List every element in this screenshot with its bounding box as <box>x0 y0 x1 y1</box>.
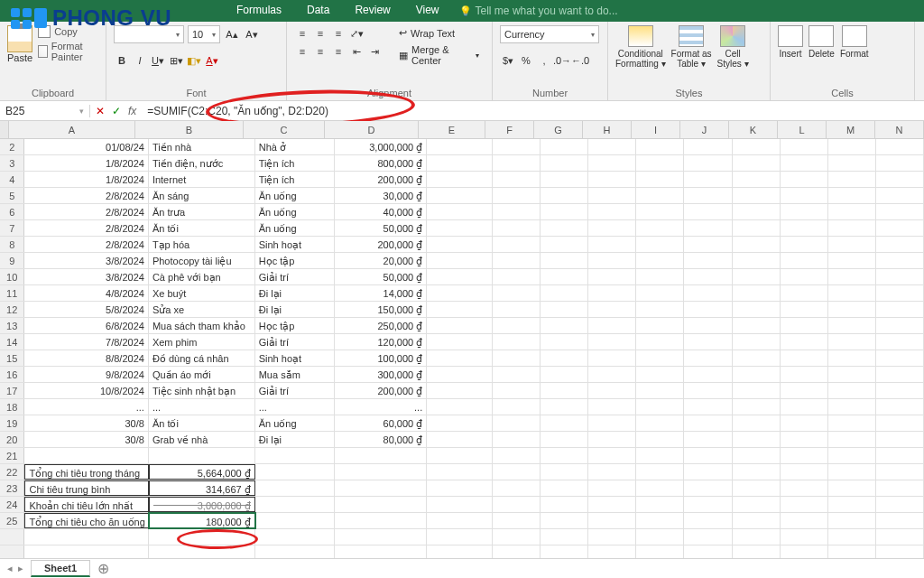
cell-C23[interactable] <box>255 480 335 496</box>
cell-E3[interactable] <box>427 155 493 171</box>
col-header-K[interactable]: K <box>729 121 778 138</box>
cell-I9[interactable] <box>636 253 684 268</box>
cell-I14[interactable] <box>636 334 684 350</box>
cell-B3[interactable]: Tiền điện, nước <box>149 155 255 171</box>
cell-F13[interactable] <box>493 318 541 333</box>
cell-D4[interactable]: 200,000 ₫ <box>335 172 427 187</box>
cell-D21[interactable] <box>335 448 427 463</box>
cell-C21[interactable] <box>255 448 335 463</box>
cell-B4[interactable]: Internet <box>149 172 255 187</box>
cell-K8[interactable] <box>733 237 781 252</box>
row-header-18[interactable]: 18 <box>0 399 24 415</box>
cell-J21[interactable] <box>684 448 732 463</box>
cell-M17[interactable] <box>828 383 876 398</box>
wrap-text-button[interactable]: ↩Wrap Text <box>393 25 485 41</box>
cell-I6[interactable] <box>636 204 684 219</box>
cell-A9[interactable]: 3/8/2024 <box>24 253 148 268</box>
row-header-13[interactable]: 13 <box>0 318 24 333</box>
row-header-24[interactable]: 24 <box>0 497 24 512</box>
cell-D20[interactable]: 80,000 ₫ <box>335 432 427 447</box>
cell-E17[interactable] <box>427 383 493 398</box>
cell-D19[interactable]: 60,000 ₫ <box>335 415 427 431</box>
cell-B23[interactable]: 314,667 ₫ <box>149 480 255 496</box>
cell-N15[interactable] <box>876 350 924 366</box>
cell-E24[interactable] <box>427 497 493 512</box>
cell-I8[interactable] <box>636 237 684 252</box>
cell-styles-button[interactable]: Cell Styles ▾ <box>717 25 749 69</box>
align-top-button[interactable]: ≡ <box>294 25 310 42</box>
cell-I22[interactable] <box>636 464 684 480</box>
cell-G16[interactable] <box>541 367 588 382</box>
cell-I24[interactable] <box>636 497 684 512</box>
cell-D3[interactable]: 800,000 ₫ <box>335 155 427 171</box>
cell-H15[interactable] <box>588 350 636 366</box>
cell-G9[interactable] <box>541 253 588 268</box>
cell-N10[interactable] <box>876 269 924 284</box>
row-header-10[interactable]: 10 <box>0 269 24 284</box>
tab-data[interactable]: Data <box>294 0 342 22</box>
cell-N20[interactable] <box>876 432 924 447</box>
border-button[interactable]: ⊞▾ <box>168 52 184 69</box>
align-right-button[interactable]: ≡ <box>330 43 346 60</box>
cell-L22[interactable] <box>781 464 828 480</box>
cell-F20[interactable] <box>493 432 541 447</box>
cell-E20[interactable] <box>427 432 493 447</box>
cell-J3[interactable] <box>684 155 732 171</box>
cell-G22[interactable] <box>541 464 588 480</box>
cell-D15[interactable]: 100,000 ₫ <box>335 350 427 366</box>
cell-K4[interactable] <box>733 172 781 187</box>
cell-D11[interactable]: 14,000 ₫ <box>335 285 427 301</box>
cell-J13[interactable] <box>684 318 732 333</box>
cell-A7[interactable]: 2/8/2024 <box>24 220 148 236</box>
cell-N7[interactable] <box>876 220 924 236</box>
cell-K5[interactable] <box>733 188 781 203</box>
cell-M18[interactable] <box>828 399 876 415</box>
cell-C11[interactable]: Đi lại <box>255 285 335 301</box>
cell-N23[interactable] <box>876 480 924 496</box>
cell-L2[interactable] <box>781 139 828 154</box>
cell-N6[interactable] <box>876 204 924 219</box>
cell-J17[interactable] <box>684 383 732 398</box>
cell-F18[interactable] <box>493 399 541 415</box>
paste-button[interactable]: Paste <box>7 25 32 63</box>
cell-K25[interactable] <box>733 513 781 528</box>
cell-H12[interactable] <box>588 302 636 317</box>
cell-B10[interactable]: Cà phê với bạn <box>149 269 255 284</box>
cell-L20[interactable] <box>781 432 828 447</box>
cell-E5[interactable] <box>427 188 493 203</box>
cell-E16[interactable] <box>427 367 493 382</box>
cell-H18[interactable] <box>588 399 636 415</box>
cell-K12[interactable] <box>733 302 781 317</box>
underline-button[interactable]: U▾ <box>150 52 166 69</box>
cell-H24[interactable] <box>588 497 636 512</box>
delete-cells-button[interactable]: Delete <box>808 25 835 59</box>
cell-I20[interactable] <box>636 432 684 447</box>
cell-A11[interactable]: 4/8/2024 <box>24 285 148 301</box>
cell-F2[interactable] <box>493 139 541 154</box>
cell-F4[interactable] <box>493 172 541 187</box>
cell-M6[interactable] <box>828 204 876 219</box>
cell-L17[interactable] <box>781 383 828 398</box>
fx-icon[interactable]: fx <box>128 105 136 117</box>
cell-J10[interactable] <box>684 269 732 284</box>
cell-K14[interactable] <box>733 334 781 350</box>
cell-B12[interactable]: Sửa xe <box>149 302 255 317</box>
cell-C22[interactable] <box>255 464 335 480</box>
cell-D9[interactable]: 20,000 ₫ <box>335 253 427 268</box>
cell-J20[interactable] <box>684 432 732 447</box>
cell-H21[interactable] <box>588 448 636 463</box>
cell-F7[interactable] <box>493 220 541 236</box>
cell-I7[interactable] <box>636 220 684 236</box>
cell-D25[interactable] <box>335 513 427 528</box>
cell-C4[interactable]: Tiện ích <box>255 172 335 187</box>
col-header-D[interactable]: D <box>325 121 419 138</box>
cell-D23[interactable] <box>335 480 427 496</box>
cell-M10[interactable] <box>828 269 876 284</box>
cell-F24[interactable] <box>493 497 541 512</box>
cell-G23[interactable] <box>541 480 588 496</box>
cell-M24[interactable] <box>828 497 876 512</box>
col-header-L[interactable]: L <box>778 121 827 138</box>
cell-N4[interactable] <box>876 172 924 187</box>
cell-H20[interactable] <box>588 432 636 447</box>
cell-H11[interactable] <box>588 285 636 301</box>
